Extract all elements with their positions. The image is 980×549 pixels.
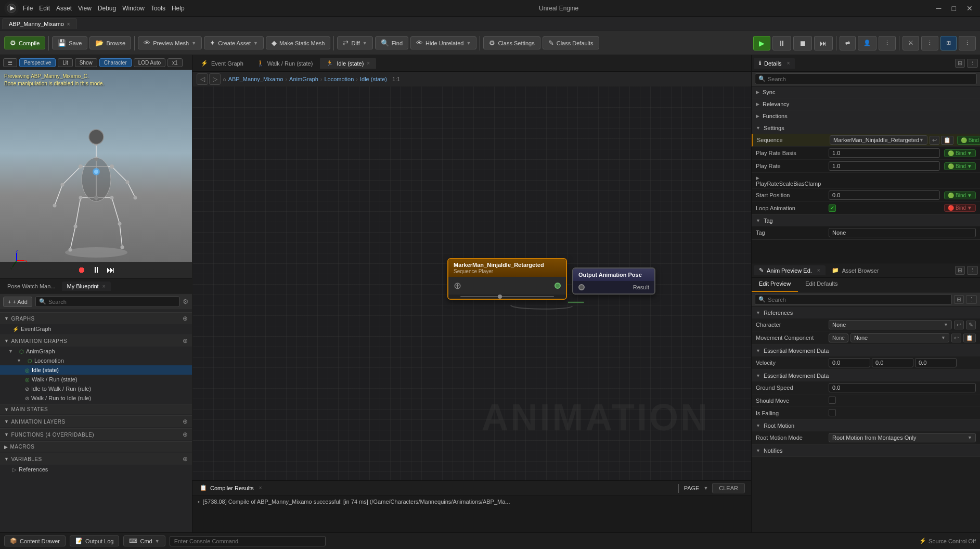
- edit-preview-tab[interactable]: Edit Preview: [752, 278, 798, 292]
- sync-header[interactable]: ▶ Sync: [752, 86, 980, 98]
- play-rate-basis-bind-button[interactable]: 🟢 Bind ▼: [944, 149, 976, 157]
- breadcrumb-locomotion[interactable]: Locomotion: [324, 76, 354, 82]
- menu-edit[interactable]: Edit: [39, 5, 50, 12]
- playratebiasclamp-arrow[interactable]: ▶: [756, 175, 759, 181]
- anim-preview-close-icon[interactable]: ×: [817, 267, 820, 273]
- event-graph-item[interactable]: ⚡ EventGraph: [0, 324, 192, 334]
- menu-help[interactable]: Help: [172, 5, 185, 12]
- main-states-header[interactable]: ▼ Main States: [0, 404, 192, 414]
- x1-button[interactable]: x1: [167, 58, 183, 67]
- functions-header[interactable]: ▼ FUNCTIONS (4 OVERRIDABLE) ⊕: [0, 428, 192, 440]
- play-rate-basis-input[interactable]: [829, 148, 940, 158]
- make-static-mesh-button[interactable]: ◆ Make Static Mesh: [266, 36, 330, 49]
- references-item[interactable]: ▷ References: [0, 465, 192, 474]
- doc-tab-close[interactable]: ×: [67, 21, 70, 27]
- macros-header[interactable]: ▶ MACROS: [0, 441, 192, 452]
- sequence-copy-button[interactable]: 📋: [941, 136, 953, 145]
- play-rate-bind-button[interactable]: 🟢 Bind ▼: [944, 162, 976, 170]
- layout-button[interactable]: ⊞: [940, 36, 957, 50]
- maximize-button[interactable]: □: [949, 3, 959, 14]
- clear-button[interactable]: CLEAR: [712, 483, 745, 493]
- asset-browser-tab[interactable]: 📁 Asset Browser: [827, 265, 884, 275]
- sequence-dropdown[interactable]: MarkerMan_NinjaIdle_Retargeted ▼: [830, 135, 927, 145]
- idle-state-tab[interactable]: 🏃 Idle (state) ×: [320, 58, 376, 69]
- hide-unrelated-button[interactable]: 👁 Hide Unrelated ▼: [410, 36, 476, 49]
- tag-input[interactable]: [829, 228, 976, 237]
- tag-header[interactable]: ▼ Tag: [752, 215, 980, 226]
- start-position-bind-button[interactable]: 🟢 Bind ▼: [944, 191, 976, 199]
- minimize-button[interactable]: ─: [933, 3, 945, 14]
- menu-file[interactable]: File: [23, 5, 33, 12]
- anim-preview-grid-button[interactable]: ⊞: [955, 266, 965, 275]
- loop-animation-bind-button[interactable]: 🔴 Bind ▼: [944, 204, 976, 212]
- output-pose-node[interactable]: Output Animation Pose Result: [572, 267, 655, 295]
- back-button[interactable]: ◁: [197, 73, 208, 85]
- animation-layers-header[interactable]: ▼ ANIMATION LAYERS ⊕: [0, 415, 192, 427]
- essential-movement-data-2-header[interactable]: ▼ Essential Movement Data: [752, 370, 980, 381]
- extra-toolbar-btn-6[interactable]: ⋮: [959, 36, 976, 50]
- movement-edit-button[interactable]: 📋: [963, 334, 976, 342]
- velocity-y-input[interactable]: [872, 358, 913, 367]
- compiler-results-tab[interactable]: 📋 Compiler Results ×: [195, 483, 267, 493]
- timeline-scrubber[interactable]: [498, 295, 502, 299]
- extra-toolbar-btn-3[interactable]: ⋮: [879, 36, 896, 50]
- content-drawer-button[interactable]: 📦 Content Drawer: [4, 535, 66, 546]
- anim-layers-add-icon[interactable]: ⊕: [183, 418, 188, 425]
- save-button[interactable]: 💾 Save: [52, 36, 87, 49]
- variables-add-icon[interactable]: ⊕: [183, 455, 188, 463]
- sequence-browse-button[interactable]: ↩: [930, 136, 939, 145]
- show-button[interactable]: Show: [75, 58, 97, 67]
- compile-button[interactable]: ⚙ Compile: [4, 36, 45, 49]
- root-motion-header[interactable]: ▼ Root Motion: [752, 420, 980, 431]
- settings-header[interactable]: ▼ Settings: [752, 122, 980, 134]
- breadcrumb-animgraph[interactable]: AnimGraph: [289, 76, 318, 82]
- doc-tab-abp-manny[interactable]: ABP_Manny_Mixamo ×: [2, 18, 77, 29]
- walk-to-idle-rule-item[interactable]: ⊘ Walk / Run to Idle (rule): [0, 393, 192, 403]
- details-search-input[interactable]: [768, 76, 973, 82]
- extra-toolbar-btn-2[interactable]: 👤: [858, 36, 876, 50]
- pause-button[interactable]: ⏸: [772, 36, 791, 50]
- skip-button[interactable]: ⏭: [814, 36, 833, 50]
- velocity-x-input[interactable]: [829, 358, 870, 367]
- should-move-checkbox[interactable]: [829, 397, 836, 404]
- stop-button[interactable]: ⏹: [793, 36, 812, 50]
- root-motion-mode-dropdown[interactable]: Root Motion from Montages Only ▼: [829, 433, 976, 442]
- sequence-bind-button[interactable]: 🟢 Bind ▼: [957, 136, 980, 145]
- preview-mesh-button[interactable]: 👁 Preview Mesh ▼: [138, 36, 202, 49]
- event-graph-tab[interactable]: ⚡ Event Graph: [195, 58, 250, 69]
- notifies-header[interactable]: ▼ Notifies: [752, 445, 980, 456]
- loop-animation-checkbox[interactable]: ✓: [829, 205, 836, 212]
- movement-dropdown[interactable]: None ▼: [850, 333, 949, 342]
- anim-preview-ed-tab[interactable]: ✎ Anim Preview Ed. ×: [754, 265, 826, 275]
- walk-run-tab[interactable]: 🚶 Walk / Run (state): [251, 58, 319, 69]
- blueprint-search-input[interactable]: [48, 299, 176, 305]
- idle-state-tab-close[interactable]: ×: [367, 60, 370, 66]
- locomotion-item[interactable]: ▼ ⬡ Locomotion: [0, 356, 192, 365]
- find-button[interactable]: 🔍 Find: [375, 36, 408, 49]
- browse-button[interactable]: 📂 Browse: [89, 36, 131, 49]
- graphs-add-icon[interactable]: ⊕: [183, 315, 188, 322]
- output-pose-input-pin[interactable]: [578, 284, 585, 290]
- details-options-button[interactable]: ⋮: [967, 59, 978, 68]
- variables-header[interactable]: ▼ VARIABLES ⊕: [0, 453, 192, 465]
- idle-state-item[interactable]: ◎ Idle (state): [0, 365, 192, 375]
- animation-graphs-header[interactable]: ▼ ANIMATION GRAPHS ⊕: [0, 335, 192, 347]
- character-edit-button[interactable]: ✎: [966, 321, 976, 329]
- movement-browse-button[interactable]: ↩: [951, 334, 961, 342]
- sequence-player-node[interactable]: MarkerMan_NinjaIdle_Retargeted Sequence …: [447, 258, 567, 300]
- breadcrumb-abp[interactable]: ABP_Manny_Mixamo: [228, 76, 283, 82]
- details-grid-view-button[interactable]: ⊞: [955, 59, 965, 68]
- close-button[interactable]: ✕: [963, 3, 976, 14]
- play-button[interactable]: ▶: [753, 36, 770, 50]
- my-blueprint-tab[interactable]: My Blueprint ×: [62, 282, 111, 291]
- extra-toolbar-btn-5[interactable]: ⋮: [921, 36, 938, 50]
- details-close-icon[interactable]: ×: [787, 60, 790, 66]
- essential-movement-data-1-header[interactable]: ▼ Essential Movement Data: [752, 345, 980, 356]
- graphs-header[interactable]: ▼ GRAPHS ⊕: [0, 312, 192, 324]
- diff-button[interactable]: ⇄ Diff ▼: [337, 36, 372, 49]
- menu-view[interactable]: View: [78, 5, 92, 12]
- relevancy-header[interactable]: ▶ Relevancy: [752, 98, 980, 110]
- perspective-button[interactable]: Perspective: [19, 58, 56, 67]
- anim-preview-options-button[interactable]: ⋮: [967, 266, 978, 275]
- anim-preview-layout-button[interactable]: ⋮: [966, 295, 977, 304]
